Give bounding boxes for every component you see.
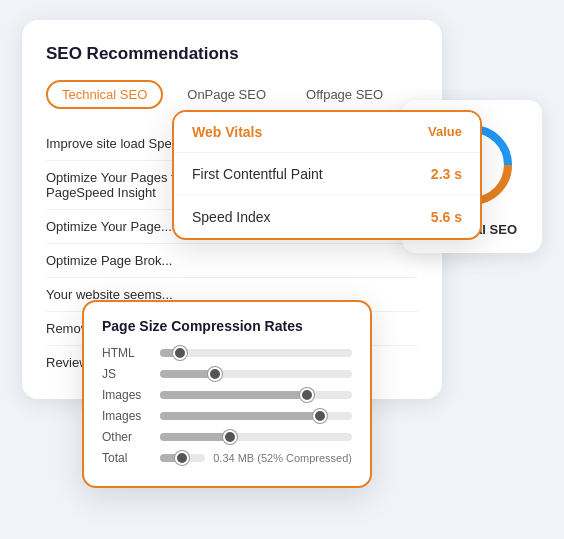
comp-bar-other — [160, 433, 352, 441]
tab-offpage-seo[interactable]: Offpage SEO — [290, 80, 399, 109]
comp-bar-images1 — [160, 391, 352, 399]
comp-label-html: HTML — [102, 346, 152, 360]
compression-card: Page Size Compression Rates HTML JS Imag… — [82, 300, 372, 488]
comp-fill-other — [160, 433, 233, 441]
comp-bar-html — [160, 349, 352, 357]
comp-bar-images2 — [160, 412, 352, 420]
webvitals-value-col: Value — [428, 124, 462, 139]
webvitals-val-0: 2.3 s — [431, 166, 462, 182]
webvitals-metric-0: First Contentful Paint — [192, 166, 323, 182]
comp-bar-total — [160, 454, 205, 462]
comp-row-images1: Images — [102, 388, 352, 402]
comp-row-total: Total 0.34 MB (52% Compressed) — [102, 451, 352, 465]
comp-label-total: Total — [102, 451, 152, 465]
comp-row-images2: Images — [102, 409, 352, 423]
webvitals-val-1: 5.6 s — [431, 209, 462, 225]
webvitals-header: Web Vitals Value — [174, 112, 480, 153]
tabs-row: Technical SEO OnPage SEO Offpage SEO — [46, 80, 418, 109]
rec-row-3: Optimize Page Brok... — [46, 244, 418, 278]
comp-label-js: JS — [102, 367, 152, 381]
scene: SEO Recommendations Technical SEO OnPage… — [22, 20, 542, 520]
comp-row-html: HTML — [102, 346, 352, 360]
webvitals-metric-1: Speed Index — [192, 209, 271, 225]
comp-fill-js — [160, 370, 218, 378]
comp-fill-html — [160, 349, 183, 357]
comp-fill-total — [160, 454, 185, 462]
webvitals-row-0: First Contentful Paint 2.3 s — [174, 153, 480, 196]
tab-onpage-seo[interactable]: OnPage SEO — [171, 80, 282, 109]
comp-row-js: JS — [102, 367, 352, 381]
comp-label-images1: Images — [102, 388, 152, 402]
comp-row-other: Other — [102, 430, 352, 444]
web-vitals-card: Web Vitals Value First Contentful Paint … — [172, 110, 482, 240]
webvitals-row-1: Speed Index 5.6 s — [174, 196, 480, 238]
webvitals-title: Web Vitals — [192, 124, 262, 140]
comp-fill-images1 — [160, 391, 310, 399]
comp-extra-total: 0.34 MB (52% Compressed) — [213, 452, 352, 464]
compression-title: Page Size Compression Rates — [102, 318, 352, 334]
rec-label-3: Optimize Page Brok... — [46, 253, 418, 268]
tab-technical-seo[interactable]: Technical SEO — [46, 80, 163, 109]
comp-label-other: Other — [102, 430, 152, 444]
comp-fill-images2 — [160, 412, 323, 420]
comp-bar-js — [160, 370, 352, 378]
comp-label-images2: Images — [102, 409, 152, 423]
seo-card-title: SEO Recommendations — [46, 44, 418, 64]
